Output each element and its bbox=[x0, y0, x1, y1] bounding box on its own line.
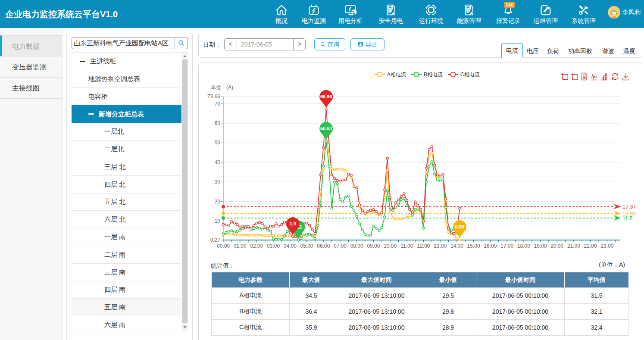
svg-text:16:00: 16:00 bbox=[484, 243, 497, 249]
svg-text:07:00: 07:00 bbox=[334, 243, 347, 249]
svg-text:C相电流: C相电流 bbox=[460, 72, 480, 78]
svg-text:20: 20 bbox=[215, 199, 221, 205]
svg-text:22:00: 22:00 bbox=[584, 243, 597, 249]
svg-text:13:00: 13:00 bbox=[434, 243, 447, 249]
svg-text:01:00: 01:00 bbox=[234, 243, 247, 249]
svg-text:50.64: 50.64 bbox=[320, 126, 332, 131]
svg-text:1.9: 1.9 bbox=[290, 221, 296, 226]
svg-text:19:00: 19:00 bbox=[534, 243, 547, 249]
svg-text:02:00: 02:00 bbox=[250, 243, 263, 249]
svg-text:15:00: 15:00 bbox=[467, 243, 480, 249]
svg-text:14:00: 14:00 bbox=[450, 243, 463, 249]
svg-text:17:00: 17:00 bbox=[500, 243, 513, 249]
svg-text:04:00: 04:00 bbox=[284, 243, 297, 249]
svg-text:10: 10 bbox=[215, 218, 221, 224]
svg-text:50: 50 bbox=[215, 140, 221, 146]
svg-text:11.5: 11.5 bbox=[622, 215, 632, 221]
svg-text:20:00: 20:00 bbox=[550, 243, 563, 249]
svg-text:73.66: 73.66 bbox=[207, 94, 220, 100]
svg-text:66.96: 66.96 bbox=[320, 94, 332, 99]
svg-text:12:00: 12:00 bbox=[417, 243, 430, 249]
svg-text:21:00: 21:00 bbox=[567, 243, 580, 249]
svg-text:40: 40 bbox=[215, 159, 221, 165]
svg-text:18:00: 18:00 bbox=[517, 243, 530, 249]
svg-text:17.37: 17.37 bbox=[622, 204, 636, 210]
svg-text:10:00: 10:00 bbox=[384, 243, 397, 249]
svg-text:0.35: 0.35 bbox=[455, 224, 464, 229]
svg-text:03:00: 03:00 bbox=[267, 243, 280, 249]
svg-text:06:00: 06:00 bbox=[317, 243, 330, 249]
svg-text:23:00: 23:00 bbox=[600, 243, 613, 249]
svg-text:B相电流: B相电流 bbox=[424, 72, 443, 78]
svg-text:60: 60 bbox=[215, 120, 221, 126]
svg-text:70: 70 bbox=[215, 101, 221, 107]
svg-text:30: 30 bbox=[215, 179, 221, 185]
svg-text:单位：(A): 单位：(A) bbox=[211, 84, 233, 90]
svg-text:0.27: 0.27 bbox=[210, 237, 221, 243]
svg-text:11:00: 11:00 bbox=[400, 243, 413, 249]
svg-text:05:00: 05:00 bbox=[300, 243, 313, 249]
svg-text:00:00: 00:00 bbox=[217, 243, 230, 249]
svg-text:09:00: 09:00 bbox=[367, 243, 380, 249]
svg-text:A相电流: A相电流 bbox=[387, 72, 406, 78]
svg-text:08:00: 08:00 bbox=[350, 243, 363, 249]
